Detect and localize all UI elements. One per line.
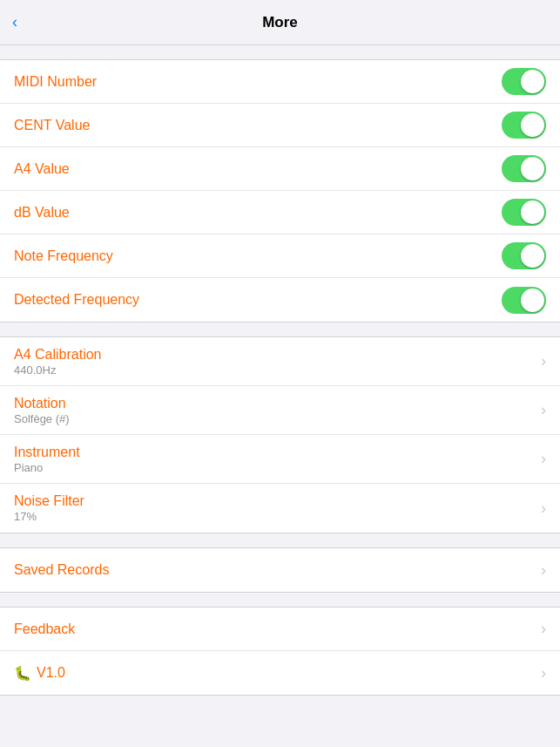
nav-row-chevron-icon-instrument: › bbox=[541, 450, 546, 468]
toggle-label-a4-value: A4 Value bbox=[14, 161, 70, 177]
toggle-label-cent-value: CENT Value bbox=[14, 118, 90, 133]
toggle-switch-cent-value[interactable] bbox=[502, 112, 546, 139]
toggles-section: MIDI NumberCENT ValueA4 ValuedB ValueNot… bbox=[0, 59, 560, 323]
nav-row-instrument[interactable]: InstrumentPiano› bbox=[0, 435, 560, 484]
toggle-knob-note-frequency bbox=[521, 244, 544, 268]
toggle-knob-a4-value bbox=[521, 157, 544, 180]
nav-row-chevron-icon-a4-calibration: › bbox=[541, 352, 546, 370]
toggle-row-a4-value: A4 Value bbox=[0, 147, 560, 191]
saved-records-label: Saved Records bbox=[14, 562, 534, 578]
toggle-switch-a4-value[interactable] bbox=[502, 155, 546, 182]
version-chevron-icon: › bbox=[541, 664, 546, 682]
feedback-section: Feedback › 🐛 V1.0 › bbox=[0, 607, 560, 696]
version-row[interactable]: 🐛 V1.0 › bbox=[0, 651, 560, 695]
toggle-knob-detected-frequency bbox=[521, 289, 544, 312]
toggle-row-note-frequency: Note Frequency bbox=[0, 234, 560, 278]
version-label: 🐛 V1.0 bbox=[14, 665, 534, 682]
nav-section: A4 Calibration440.0Hz›NotationSolfège (#… bbox=[0, 336, 560, 533]
toggle-row-db-value: dB Value bbox=[0, 191, 560, 234]
toggle-switch-detected-frequency[interactable] bbox=[502, 287, 546, 314]
saved-records-chevron-icon: › bbox=[541, 561, 546, 580]
nav-row-title-notation: Notation bbox=[14, 396, 534, 411]
version-text: V1.0 bbox=[37, 665, 65, 681]
header: ‹ More bbox=[0, 0, 560, 45]
nav-row-subtitle-notation: Solfège (#) bbox=[14, 412, 534, 425]
toggle-label-note-frequency: Note Frequency bbox=[14, 248, 113, 264]
toggle-switch-midi-number[interactable] bbox=[502, 68, 546, 95]
saved-records-row[interactable]: Saved Records › bbox=[0, 548, 560, 592]
toggle-knob-db-value bbox=[521, 200, 544, 224]
toggle-row-detected-frequency: Detected Frequency bbox=[0, 278, 560, 322]
nav-row-title-a4-calibration: A4 Calibration bbox=[14, 347, 534, 363]
toggle-switch-note-frequency[interactable] bbox=[502, 242, 546, 269]
bug-icon: 🐛 bbox=[14, 665, 31, 682]
page-title: More bbox=[262, 14, 298, 31]
feedback-label: Feedback bbox=[14, 621, 534, 637]
feedback-chevron-icon: › bbox=[541, 620, 546, 638]
nav-row-content-instrument: InstrumentPiano bbox=[14, 445, 534, 474]
nav-row-chevron-icon-noise-filter: › bbox=[541, 499, 546, 518]
toggle-label-db-value: dB Value bbox=[14, 205, 70, 221]
nav-row-subtitle-noise-filter: 17% bbox=[14, 510, 534, 523]
feedback-row[interactable]: Feedback › bbox=[0, 608, 560, 651]
back-button[interactable]: ‹ bbox=[12, 13, 17, 31]
toggle-row-midi-number: MIDI Number bbox=[0, 60, 560, 104]
nav-row-title-noise-filter: Noise Filter bbox=[14, 493, 534, 509]
nav-row-noise-filter[interactable]: Noise Filter17%› bbox=[0, 484, 560, 533]
toggle-switch-db-value[interactable] bbox=[502, 199, 546, 226]
nav-row-subtitle-a4-calibration: 440.0Hz bbox=[14, 363, 534, 377]
nav-row-notation[interactable]: NotationSolfège (#)› bbox=[0, 386, 560, 435]
nav-row-content-notation: NotationSolfège (#) bbox=[14, 396, 534, 425]
nav-row-subtitle-instrument: Piano bbox=[14, 461, 534, 474]
toggle-label-detected-frequency: Detected Frequency bbox=[14, 292, 139, 308]
toggle-row-cent-value: CENT Value bbox=[0, 104, 560, 147]
nav-row-chevron-icon-notation: › bbox=[541, 401, 546, 419]
nav-row-a4-calibration[interactable]: A4 Calibration440.0Hz› bbox=[0, 337, 560, 386]
nav-row-title-instrument: Instrument bbox=[14, 445, 534, 460]
nav-row-content-a4-calibration: A4 Calibration440.0Hz bbox=[14, 347, 534, 377]
nav-row-content-noise-filter: Noise Filter17% bbox=[14, 493, 534, 523]
toggle-knob-midi-number bbox=[521, 70, 544, 93]
toggle-knob-cent-value bbox=[521, 113, 544, 137]
back-chevron-icon: ‹ bbox=[12, 13, 17, 31]
toggle-label-midi-number: MIDI Number bbox=[14, 74, 97, 90]
saved-records-section: Saved Records › bbox=[0, 547, 560, 593]
